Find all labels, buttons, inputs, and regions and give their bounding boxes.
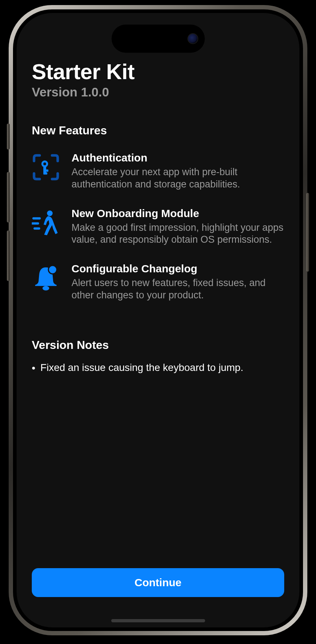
- new-features-heading: New Features: [32, 124, 284, 137]
- silence-switch[interactable]: [7, 124, 10, 150]
- svg-point-8: [47, 210, 53, 216]
- feature-description: Accelerate your next app with pre-built …: [72, 166, 284, 191]
- phone-bezel: Starter Kit Version 1.0.0 New Features: [13, 9, 303, 631]
- content-area: Starter Kit Version 1.0.0 New Features: [17, 13, 299, 627]
- feature-title: Authentication: [72, 152, 284, 164]
- bullet-icon: •: [32, 362, 35, 374]
- feature-description: Make a good first impression, highlight …: [72, 222, 284, 246]
- volume-down-button[interactable]: [7, 230, 10, 281]
- svg-point-1: [43, 163, 46, 165]
- volume-up-button[interactable]: [7, 172, 10, 222]
- feature-title: New Onboarding Module: [72, 207, 284, 220]
- continue-button[interactable]: Continue: [32, 568, 284, 597]
- feature-item: Configurable Changelog Alert users to ne…: [32, 263, 284, 302]
- feature-text: Configurable Changelog Alert users to ne…: [72, 263, 284, 302]
- version-note-item: • Fixed an issue causing the keyboard to…: [32, 362, 284, 374]
- side-power-button[interactable]: [306, 193, 309, 272]
- feature-description: Alert users to new features, fixed issue…: [72, 277, 284, 302]
- version-label: Version 1.0.0: [32, 85, 284, 99]
- feature-item: Authentication Accelerate your next app …: [32, 152, 284, 191]
- feature-text: New Onboarding Module Make a good first …: [72, 207, 284, 246]
- scan-key-icon: [32, 153, 60, 181]
- page-title: Starter Kit: [32, 59, 284, 84]
- phone-frame: Starter Kit Version 1.0.0 New Features: [9, 5, 307, 635]
- version-note-text: Fixed an issue causing the keyboard to j…: [40, 362, 243, 373]
- feature-title: Configurable Changelog: [72, 263, 284, 275]
- svg-rect-4: [43, 172, 47, 174]
- feature-item: New Onboarding Module Make a good first …: [32, 207, 284, 246]
- phone-screen: Starter Kit Version 1.0.0 New Features: [17, 13, 299, 627]
- svg-rect-3: [43, 169, 48, 172]
- home-indicator[interactable]: [111, 619, 205, 622]
- walk-fast-icon: [32, 209, 60, 237]
- feature-text: Authentication Accelerate your next app …: [72, 152, 284, 191]
- continue-label: Continue: [135, 576, 182, 589]
- bell-badge-icon: [32, 264, 60, 292]
- version-notes-heading: Version Notes: [32, 338, 284, 352]
- svg-point-9: [43, 286, 49, 290]
